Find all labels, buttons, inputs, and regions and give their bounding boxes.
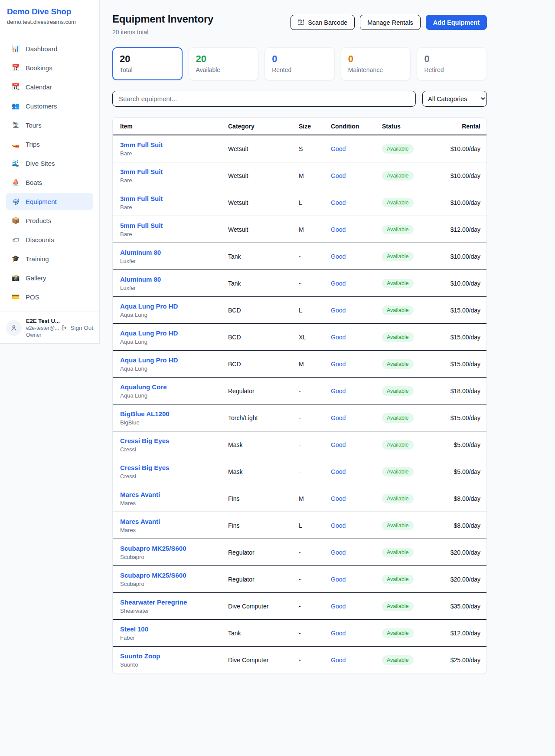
manage-rentals-button[interactable]: Manage Rentals	[360, 15, 421, 30]
sidebar-item-label: Bookings	[26, 64, 52, 72]
status-badge: Available	[382, 548, 414, 557]
item-name-link[interactable]: Aluminum 80	[120, 249, 161, 256]
item-condition-link[interactable]: Good	[331, 334, 382, 341]
item-category: Tank	[228, 280, 299, 287]
item-name-link[interactable]: Aqua Lung Pro HD	[120, 329, 178, 337]
sidebar-item-equipment[interactable]: 🤿 Equipment	[6, 193, 93, 210]
discounts-icon: 🏷	[11, 236, 20, 243]
item-condition-link[interactable]: Good	[331, 549, 382, 556]
item-condition-link[interactable]: Good	[331, 522, 382, 529]
item-name-link[interactable]: 3mm Full Suit	[120, 141, 163, 148]
item-size: L	[299, 307, 331, 314]
item-condition-link[interactable]: Good	[331, 253, 382, 260]
item-category: Fins	[228, 495, 299, 502]
table-row: Aqua Lung Pro HD Aqua Lung BCD XL Good A…	[113, 324, 486, 351]
table-row: Aqualung Core Aqua Lung Regulator - Good…	[113, 378, 486, 404]
item-name-link[interactable]: 3mm Full Suit	[120, 168, 163, 175]
shop-title[interactable]: Demo Dive Shop	[7, 7, 92, 16]
item-condition-link[interactable]: Good	[331, 468, 382, 475]
table-row: Scubapro MK25/S600 Scubapro Regulator - …	[113, 566, 486, 593]
sidebar-item-pos[interactable]: 💳 POS	[6, 288, 93, 306]
item-condition-link[interactable]: Good	[331, 414, 382, 421]
sidebar-user-section: E2E Test U... e2e-tester@... Owner Sign …	[0, 312, 99, 344]
item-name-link[interactable]: Mares Avanti	[120, 518, 160, 525]
sidebar-item-training[interactable]: 🎓 Training	[6, 250, 93, 267]
search-input[interactable]	[112, 91, 416, 107]
sidebar-item-products[interactable]: 📦 Products	[6, 212, 93, 229]
item-condition-link[interactable]: Good	[331, 280, 382, 287]
person-icon	[10, 324, 18, 332]
item-condition-link[interactable]: Good	[331, 657, 382, 664]
sidebar-item-gallery[interactable]: 📸 Gallery	[6, 269, 93, 286]
sidebar-item-discounts[interactable]: 🏷 Discounts	[6, 231, 93, 248]
table-row: 3mm Full Suit Bare Wetsuit M Good Availa…	[113, 162, 486, 189]
item-name-link[interactable]: 5mm Full Suit	[120, 222, 163, 229]
stat-value: 0	[424, 53, 480, 65]
item-size: L	[299, 522, 331, 529]
stat-card-retired[interactable]: 0 Retired	[417, 47, 487, 80]
item-name-link[interactable]: Scubapro MK25/S600	[120, 572, 186, 579]
sidebar-item-label: Calendar	[26, 83, 52, 91]
stat-card-available[interactable]: 20 Available	[189, 47, 259, 80]
stat-card-total[interactable]: 20 Total	[112, 47, 183, 80]
page-title-block: Equipment Inventory 20 items total	[112, 13, 213, 36]
item-name-link[interactable]: Shearwater Peregrine	[120, 598, 187, 606]
item-condition-link[interactable]: Good	[331, 495, 382, 502]
sidebar-item-tours[interactable]: 🏝 Tours	[6, 116, 93, 134]
item-condition-link[interactable]: Good	[331, 576, 382, 583]
table-row: Aluminum 80 Luxfer Tank - Good Available…	[113, 270, 486, 297]
sidebar-item-dive-sites[interactable]: 🌊 Dive Sites	[6, 154, 93, 172]
sidebar-item-calendar[interactable]: 📆 Calendar	[6, 78, 93, 95]
item-brand: Shearwater	[120, 608, 228, 614]
sidebar-item-customers[interactable]: 👥 Customers	[6, 97, 93, 115]
category-select[interactable]: All Categories	[422, 91, 487, 107]
item-category: Wetsuit	[228, 172, 299, 179]
item-name-link[interactable]: Suunto Zoop	[120, 652, 160, 660]
sign-out-button[interactable]: Sign Out	[61, 325, 93, 331]
stat-card-rented[interactable]: 0 Rented	[264, 47, 335, 80]
item-name-link[interactable]: Aqualung Core	[120, 383, 167, 391]
item-name-link[interactable]: Steel 100	[120, 625, 148, 633]
stats-cards: 20 Total 20 Available 0 Rented 0 Mainten…	[112, 47, 487, 80]
trips-icon: 🚤	[11, 140, 20, 148]
item-name-link[interactable]: Cressi Big Eyes	[120, 464, 169, 471]
barcode-scan-icon	[298, 19, 304, 26]
item-name-link[interactable]: Cressi Big Eyes	[120, 437, 169, 444]
sidebar-item-trips[interactable]: 🚤 Trips	[6, 135, 93, 153]
sidebar-item-dashboard[interactable]: 📊 Dashboard	[6, 40, 93, 57]
table-body: 3mm Full Suit Bare Wetsuit S Good Availa…	[113, 135, 486, 674]
item-name-link[interactable]: Aqua Lung Pro HD	[120, 302, 178, 310]
item-condition-link[interactable]: Good	[331, 630, 382, 637]
item-brand: Bare	[120, 204, 228, 210]
sidebar-item-bookings[interactable]: 📅 Bookings	[6, 59, 93, 76]
item-name-link[interactable]: Mares Avanti	[120, 491, 160, 498]
item-name-link[interactable]: Aqua Lung Pro HD	[120, 356, 178, 364]
item-condition-link[interactable]: Good	[331, 307, 382, 314]
item-condition-link[interactable]: Good	[331, 145, 382, 152]
item-condition-link[interactable]: Good	[331, 388, 382, 394]
item-condition-link[interactable]: Good	[331, 172, 382, 179]
item-condition-link[interactable]: Good	[331, 199, 382, 206]
scan-barcode-button[interactable]: Scan Barcode	[291, 15, 355, 30]
item-name-link[interactable]: 3mm Full Suit	[120, 195, 163, 202]
item-condition-link[interactable]: Good	[331, 361, 382, 368]
item-brand: Aqua Lung	[120, 392, 228, 399]
item-rental: $12.00/day	[446, 630, 480, 637]
item-name-link[interactable]: Aluminum 80	[120, 276, 161, 283]
add-equipment-button[interactable]: Add Equipment	[426, 15, 487, 30]
item-size: -	[299, 414, 331, 421]
sidebar-header: Demo Dive Shop demo.test.divestreams.com	[0, 0, 99, 32]
item-brand: BigBlue	[120, 419, 228, 426]
item-name-link[interactable]: BigBlue AL1200	[120, 410, 170, 417]
stat-card-maintenance[interactable]: 0 Maintenance	[341, 47, 411, 80]
item-rental: $12.00/day	[446, 226, 480, 233]
status-badge: Available	[382, 171, 414, 181]
item-condition-link[interactable]: Good	[331, 226, 382, 233]
item-rental: $10.00/day	[446, 253, 480, 260]
item-condition-link[interactable]: Good	[331, 441, 382, 448]
column-header-status: Status	[382, 123, 446, 130]
item-condition-link[interactable]: Good	[331, 603, 382, 610]
item-name-link[interactable]: Scubapro MK25/S600	[120, 545, 186, 552]
sidebar-item-boats[interactable]: ⛵ Boats	[6, 174, 93, 191]
status-badge: Available	[382, 198, 414, 207]
